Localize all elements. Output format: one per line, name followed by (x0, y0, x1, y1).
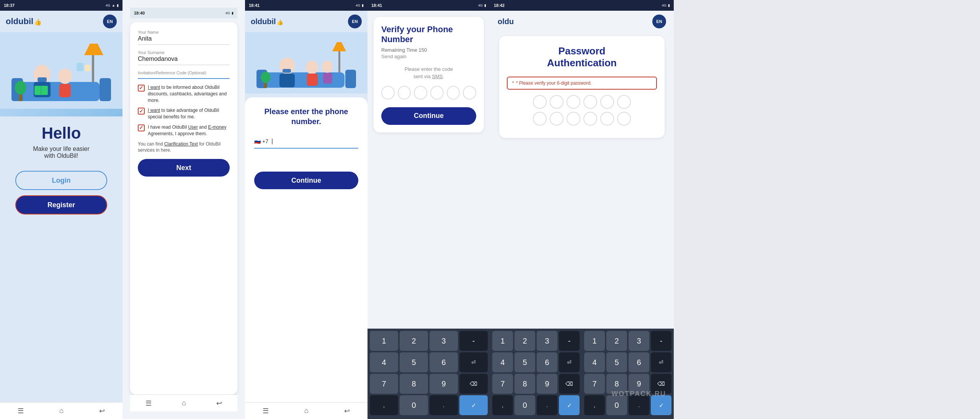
kb-l-2[interactable]: 2 (514, 331, 535, 351)
key-7[interactable]: 7 (370, 374, 398, 394)
kb-r-2[interactable]: 2 (606, 331, 627, 351)
status-bar-4: 18:41 4G ▮ (368, 0, 490, 11)
key-8[interactable]: 8 (400, 374, 428, 394)
kb-l-4[interactable]: 4 (492, 352, 513, 372)
key-9[interactable]: 9 (430, 374, 458, 394)
pwd-box-1[interactable] (533, 95, 547, 109)
otp-box-6[interactable] (463, 86, 476, 100)
pwd-box-12[interactable] (617, 112, 631, 126)
otp-box-5[interactable] (447, 86, 460, 100)
continue-button-4[interactable]: Continue (381, 107, 476, 125)
key-1[interactable]: 1 (370, 331, 398, 351)
nav-menu-icon[interactable]: ☰ (18, 407, 24, 415)
otp-box-3[interactable] (414, 86, 427, 100)
kb-r-5[interactable]: 5 (606, 352, 627, 372)
send-again[interactable]: Send again (381, 54, 476, 59)
key-confirm[interactable]: ✓ (459, 395, 488, 415)
nav-home-icon[interactable]: ⌂ (59, 407, 64, 415)
key-return[interactable]: ⏎ (459, 352, 488, 372)
language-button-3[interactable]: EN (348, 15, 362, 28)
kb-l-3[interactable]: 3 (537, 331, 557, 351)
checkbox-2[interactable]: ✓ (138, 108, 145, 115)
kb-r-4[interactable]: 4 (584, 352, 605, 372)
kb-l-8[interactable]: 8 (514, 374, 535, 394)
key-dot[interactable]: . (430, 395, 458, 415)
name-value[interactable]: Anita (138, 35, 230, 45)
kb-l-confirm[interactable]: ✓ (559, 395, 580, 415)
kb-l-dash[interactable]: - (559, 331, 580, 351)
kb-l-backspace[interactable]: ⌫ (559, 374, 580, 394)
surname-value[interactable]: Chemodanova (138, 56, 230, 65)
pwd-box-2[interactable] (550, 95, 564, 109)
password-error-message: * * Please verify your 6-digit password. (507, 77, 657, 90)
kb-r-0[interactable]: 0 (606, 395, 627, 415)
key-4[interactable]: 4 (370, 352, 398, 372)
nav-menu-icon-3[interactable]: ☰ (263, 407, 269, 415)
kb-l-5[interactable]: 5 (514, 352, 535, 372)
kb-l-dot[interactable]: . (537, 395, 557, 415)
kb-r-return[interactable]: ⏎ (651, 352, 671, 372)
otp-box-4[interactable] (430, 86, 444, 100)
pwd-box-3[interactable] (567, 95, 580, 109)
nav-back-icon[interactable]: ↩ (99, 407, 105, 415)
otp-box-1[interactable] (381, 86, 395, 100)
pwd-box-5[interactable] (600, 95, 614, 109)
key-3[interactable]: 3 (430, 331, 458, 351)
password-code-boxes-2 (507, 112, 657, 126)
kb-l-6[interactable]: 6 (537, 352, 557, 372)
pwd-box-8[interactable] (550, 112, 564, 126)
kb-l-1[interactable]: 1 (492, 331, 513, 351)
otp-box-2[interactable] (398, 86, 411, 100)
pwd-box-4[interactable] (583, 95, 597, 109)
key-6[interactable]: 6 (430, 352, 458, 372)
nav-menu-icon-2[interactable]: ☰ (145, 399, 152, 408)
key-5[interactable]: 5 (400, 352, 428, 372)
nav-home-icon-3[interactable]: ⌂ (304, 407, 309, 415)
pwd-box-7[interactable] (533, 112, 547, 126)
emoney-link[interactable]: E-money (208, 124, 226, 130)
kb-l-comma[interactable]: , (492, 395, 513, 415)
status-icons-3: 4G ▮ (356, 3, 364, 7)
key-2[interactable]: 2 (400, 331, 428, 351)
svg-rect-22 (283, 69, 291, 73)
nav-home-icon-2[interactable]: ⌂ (182, 399, 186, 407)
key-dash[interactable]: - (459, 331, 488, 351)
key-backspace[interactable]: ⌫ (459, 374, 488, 394)
kb-l-9[interactable]: 9 (537, 374, 557, 394)
language-button-5[interactable]: EN (652, 15, 666, 28)
logo-icon-3: 👍 (277, 19, 283, 25)
register-button[interactable]: Register (15, 195, 107, 214)
nav-back-icon-3[interactable]: ↩ (344, 407, 350, 415)
kb-r-dot[interactable]: . (629, 395, 649, 415)
kb-r-comma[interactable]: , (584, 395, 605, 415)
next-button[interactable]: Next (138, 159, 230, 177)
pwd-box-11[interactable] (600, 112, 614, 126)
login-button[interactable]: Login (15, 171, 107, 190)
kb-l-return[interactable]: ⏎ (559, 352, 580, 372)
key-0[interactable]: 0 (400, 395, 428, 415)
checkbox-3[interactable]: ✓ (138, 124, 145, 131)
phone-input-row[interactable]: 🇷🇺 +7 | (254, 138, 358, 149)
checkbox-1[interactable]: ✓ (138, 85, 145, 92)
pwd-box-10[interactable] (583, 112, 597, 126)
kb-l-0[interactable]: 0 (514, 395, 535, 415)
code-input[interactable] (138, 76, 230, 79)
clarif-link[interactable]: Clarification Text (164, 141, 198, 147)
pwd-box-6[interactable] (617, 95, 631, 109)
language-button[interactable]: EN (103, 15, 117, 28)
user-link[interactable]: User (188, 124, 198, 130)
key-comma[interactable]: , (370, 395, 398, 415)
battery-icon-3: ▮ (362, 3, 364, 7)
kb-r-6[interactable]: 6 (629, 352, 649, 372)
kb-r-1[interactable]: 1 (584, 331, 605, 351)
kb-l-7[interactable]: 7 (492, 374, 513, 394)
p1-content: Hello Make your life easierwith OlduBil!… (0, 116, 122, 402)
kb-r-dash[interactable]: - (651, 331, 671, 351)
pwd-box-9[interactable] (567, 112, 580, 126)
kb-r-3[interactable]: 3 (629, 331, 649, 351)
nav-back-icon-2[interactable]: ↩ (216, 399, 222, 408)
continue-button-3[interactable]: Continue (254, 172, 358, 189)
kb-r-7[interactable]: 7 (584, 374, 605, 394)
kb-r-confirm[interactable]: ✓ (651, 395, 671, 415)
checkmark-3: ✓ (139, 124, 144, 132)
